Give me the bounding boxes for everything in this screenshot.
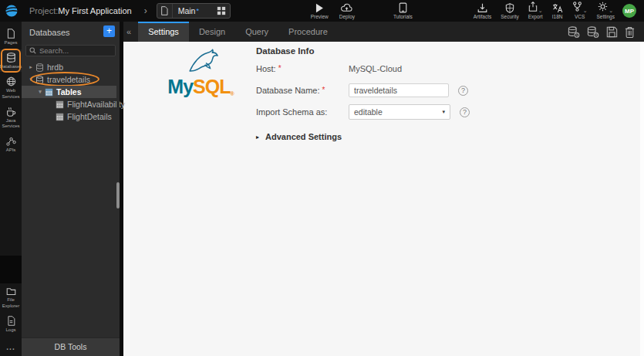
export-button[interactable]: ⌄ Export [528, 2, 543, 20]
workspace: « Settings Design Query Procedure MySQL®… [123, 22, 644, 356]
save-icon[interactable] [606, 26, 618, 38]
sidebar-item-apis[interactable]: APIs [0, 133, 22, 155]
tab-actions [568, 22, 644, 42]
tree-item-label: hrdb [47, 63, 63, 72]
expand-icon: ▸ [256, 134, 259, 141]
api-nodes-icon [6, 136, 16, 146]
section-title: Database Info [256, 46, 470, 56]
export-caret-icon: ⌄ [538, 8, 543, 13]
tables-icon [45, 88, 53, 97]
tab-design[interactable]: Design [189, 22, 235, 42]
shield-icon [505, 2, 514, 13]
tree-item-label: FlightDetails [67, 112, 112, 121]
sidebar-item-label: Logs [5, 327, 15, 333]
settings-label: Settings [597, 15, 615, 20]
wavemaker-logo-icon[interactable] [0, 0, 23, 22]
tree-item-tables[interactable]: ▾ Tables [22, 86, 120, 98]
databases-panel: Databases + ▸ hrdb ▾ traveldetails ▾ Tab… [22, 22, 120, 356]
i18n-icon [552, 2, 563, 13]
database-name-label: Database Name:* [256, 86, 349, 95]
sidebar-item-databases[interactable]: Databases [0, 49, 22, 72]
database-name-input[interactable] [349, 83, 449, 97]
update-database-icon[interactable] [587, 26, 599, 38]
collapse-icon[interactable]: ▾ [27, 76, 35, 83]
play-icon [315, 2, 324, 13]
expand-icon[interactable]: ▸ [27, 64, 35, 70]
deploy-button[interactable]: Deploy [339, 2, 355, 20]
database-icon [6, 53, 16, 63]
logs-icon [7, 316, 15, 326]
user-avatar[interactable]: MP [622, 4, 636, 18]
preview-button[interactable]: Preview [311, 2, 329, 20]
tab-bar: « Settings Design Query Procedure [123, 22, 644, 42]
artifacts-button[interactable]: Artifacts [474, 2, 491, 20]
import-schema-select[interactable]: editable ▾ [349, 104, 450, 120]
import-schema-help-icon[interactable]: ? [460, 107, 470, 117]
database-icon [35, 76, 44, 84]
top-bar: Project:My First Application › Main * Pr… [0, 0, 644, 22]
mysql-wordmark-my: My [167, 76, 193, 97]
mysql-dolphin-icon [180, 48, 221, 74]
tree-item-label: Tables [56, 87, 81, 97]
reimport-database-icon[interactable] [568, 26, 580, 38]
add-database-button[interactable]: + [103, 25, 115, 37]
artifacts-label: Artifacts [474, 15, 491, 20]
content-scrollbar[interactable] [640, 42, 644, 356]
host-value: MySQL-Cloud [349, 64, 402, 73]
registered-mark: ® [230, 91, 233, 97]
import-schema-row: Import Schema as: editable ▾ ? [256, 104, 470, 120]
cloud-upload-icon [341, 2, 352, 13]
required-marker: * [322, 86, 325, 94]
db-tools-button[interactable]: DB Tools [22, 337, 120, 356]
tutorials-button[interactable]: Tutorials [393, 2, 413, 20]
collapse-icon[interactable]: ▾ [36, 89, 44, 95]
tab-procedure[interactable]: Procedure [278, 22, 338, 42]
panel-scrollbar-thumb[interactable] [116, 182, 120, 209]
database-name-help-icon[interactable]: ? [458, 86, 468, 96]
import-schema-label: Import Schema as: [256, 107, 349, 117]
tree-item-traveldetails[interactable]: ▾ traveldetails [22, 73, 120, 86]
page-selector-dropdown[interactable]: Main * [157, 3, 231, 19]
table-icon [56, 113, 64, 121]
sidebar-item-label: APIs [6, 147, 16, 153]
delete-icon[interactable] [625, 26, 635, 38]
collapse-panel-icon[interactable]: « [123, 22, 138, 42]
advanced-settings-toggle[interactable]: ▸ Advanced Settings [256, 132, 470, 141]
vcs-button[interactable]: ⌄ VCS [572, 2, 588, 20]
tree-item-flightavailability[interactable]: FlightAvailability [22, 98, 120, 110]
tutorials-icon [399, 2, 407, 13]
database-tree: ▸ hrdb ▾ traveldetails ▾ Tables FlightAv… [22, 61, 120, 123]
layout-grid-icon[interactable] [217, 6, 226, 15]
pages-icon [6, 29, 15, 39]
table-icon [56, 100, 64, 109]
i18n-button[interactable]: I18N [552, 2, 563, 20]
download-icon [477, 2, 487, 13]
settings-content: MySQL® Database Info Host:* MySQL-Cloud … [123, 42, 644, 356]
databases-panel-title: Databases [29, 28, 70, 37]
database-icon [35, 63, 44, 72]
globe-icon [6, 76, 16, 86]
settings-button[interactable]: ⌄ Settings [597, 2, 615, 20]
sidebar-item-logs[interactable]: Logs [0, 313, 22, 335]
sidebar-item-label: Databases [0, 64, 22, 70]
tree-item-flightdetails[interactable]: FlightDetails [22, 110, 120, 123]
search-input[interactable] [39, 46, 112, 55]
security-button[interactable]: Security [501, 2, 518, 20]
database-info-form: Database Info Host:* MySQL-Cloud Databas… [256, 46, 470, 141]
sidebar-item-label: Java Services [0, 118, 22, 129]
select-caret-icon: ▾ [442, 109, 445, 115]
tab-settings[interactable]: Settings [138, 22, 189, 42]
rail-more-button[interactable]: ... [6, 343, 15, 351]
sidebar-item-java-services[interactable]: Java Services [0, 103, 22, 131]
tab-query[interactable]: Query [235, 22, 278, 42]
sidebar-item-file-explorer[interactable]: File Explorer [0, 283, 22, 310]
export-icon [528, 2, 538, 13]
i18n-label: I18N [552, 15, 563, 20]
sidebar-item-pages[interactable]: Pages [0, 25, 22, 48]
folder-icon [6, 286, 16, 296]
tree-item-hrdb[interactable]: ▸ hrdb [22, 61, 120, 73]
vcs-caret-icon: ⌄ [583, 8, 588, 13]
sidebar-item-web-services[interactable]: Web Services [0, 73, 22, 101]
deploy-label: Deploy [339, 15, 355, 20]
required-marker: * [278, 64, 282, 73]
